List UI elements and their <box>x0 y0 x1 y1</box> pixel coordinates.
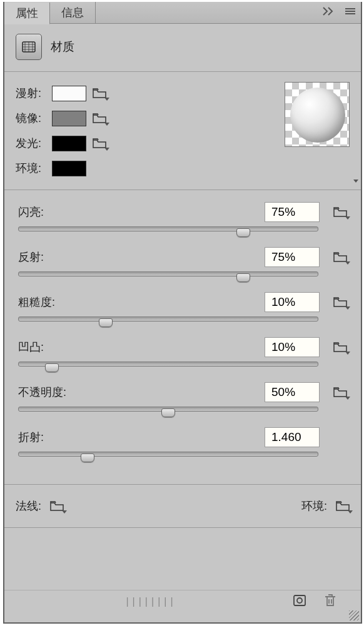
svg-point-5 <box>297 598 302 603</box>
emission-swatch[interactable] <box>52 136 86 151</box>
chevron-down-icon[interactable] <box>353 180 358 183</box>
diffuse-label: 漫射: <box>16 86 46 101</box>
specular-swatch[interactable] <box>52 111 86 126</box>
shine-slider[interactable] <box>18 226 318 231</box>
panel-title: 材质 <box>51 39 74 55</box>
slider-thumb[interactable] <box>161 408 175 417</box>
bump-value[interactable]: 10% <box>265 337 320 357</box>
roughness-row: 粗糙度: 10% <box>18 291 347 333</box>
normal-map: 法线: <box>16 499 64 514</box>
folder-icon[interactable] <box>333 342 347 353</box>
folder-icon[interactable] <box>93 113 106 124</box>
refraction-row: 折射: 1.460 <box>18 427 347 468</box>
refraction-label: 折射: <box>18 430 265 445</box>
material-icon[interactable] <box>16 34 42 60</box>
environment-map: 环境: <box>301 499 350 514</box>
shine-row: 闪亮: 75% <box>18 201 347 243</box>
opacity-row: 不透明度: 50% <box>18 382 347 423</box>
resize-grip-icon[interactable] <box>349 610 359 620</box>
panel-header: 材质 <box>4 24 361 72</box>
bump-slider[interactable] <box>18 362 318 367</box>
panel-footer: |||||||| <box>4 590 361 612</box>
roughness-slider[interactable] <box>18 317 318 322</box>
drag-handle-icon[interactable]: |||||||| <box>11 596 292 607</box>
diffuse-row: 漫射: <box>16 81 285 106</box>
properties-panel: 属性 信息 材质 漫射: 镜像: <box>3 2 362 624</box>
folder-icon[interactable] <box>333 206 347 218</box>
preview-sphere <box>290 88 345 143</box>
refraction-value[interactable]: 1.460 <box>265 427 320 447</box>
normal-label: 法线: <box>16 499 41 514</box>
folder-icon[interactable] <box>333 251 347 263</box>
bump-row: 凹凸: 10% <box>18 337 347 378</box>
slider-thumb[interactable] <box>99 318 113 327</box>
svg-rect-1 <box>345 11 355 12</box>
reflect-value[interactable]: 75% <box>265 247 320 267</box>
slider-section: 闪亮: 75% 反射: 75% 粗糙 <box>4 190 361 485</box>
folder-icon[interactable] <box>93 138 106 149</box>
render-icon[interactable] <box>292 593 307 610</box>
shine-label: 闪亮: <box>18 205 265 220</box>
svg-rect-4 <box>294 595 305 605</box>
diffuse-swatch[interactable] <box>52 86 86 101</box>
reflect-slider[interactable] <box>18 271 318 276</box>
slider-thumb[interactable] <box>236 228 250 237</box>
svg-rect-2 <box>345 13 355 14</box>
svg-rect-0 <box>345 8 355 9</box>
ambient-swatch[interactable] <box>52 161 86 176</box>
tab-properties[interactable]: 属性 <box>4 3 50 24</box>
slider-thumb[interactable] <box>236 273 250 282</box>
roughness-value[interactable]: 10% <box>265 292 320 312</box>
folder-icon[interactable] <box>336 500 350 512</box>
opacity-value[interactable]: 50% <box>265 382 320 402</box>
folder-icon[interactable] <box>333 296 347 308</box>
reflect-row: 反射: 75% <box>18 246 347 288</box>
collapse-icon[interactable] <box>322 6 337 19</box>
emission-row: 发光: <box>16 131 285 156</box>
tab-info[interactable]: 信息 <box>50 2 96 24</box>
folder-icon[interactable] <box>50 500 64 512</box>
color-section: 漫射: 镜像: 发光: 环境: <box>4 72 361 190</box>
reflect-label: 反射: <box>18 250 265 265</box>
specular-label: 镜像: <box>16 111 46 126</box>
opacity-slider[interactable] <box>18 407 318 412</box>
refraction-slider[interactable] <box>18 452 318 457</box>
folder-icon[interactable] <box>93 88 106 99</box>
trash-icon[interactable] <box>323 593 337 610</box>
shine-value[interactable]: 75% <box>265 202 320 222</box>
slider-thumb[interactable] <box>45 363 59 372</box>
bump-label: 凹凸: <box>18 340 265 355</box>
opacity-label: 不透明度: <box>18 385 265 400</box>
emission-label: 发光: <box>16 136 46 151</box>
slider-thumb[interactable] <box>81 453 94 462</box>
specular-row: 镜像: <box>16 106 285 131</box>
material-preview[interactable] <box>285 82 350 147</box>
ambient-row: 环境: <box>16 156 285 181</box>
folder-icon[interactable] <box>333 387 347 398</box>
environment-label: 环境: <box>301 499 327 514</box>
tab-bar: 属性 信息 <box>4 2 361 24</box>
roughness-label: 粗糙度: <box>18 295 265 310</box>
maps-section: 法线: 环境: <box>4 485 361 528</box>
panel-menu-icon[interactable] <box>345 7 356 18</box>
ambient-label: 环境: <box>16 161 46 176</box>
